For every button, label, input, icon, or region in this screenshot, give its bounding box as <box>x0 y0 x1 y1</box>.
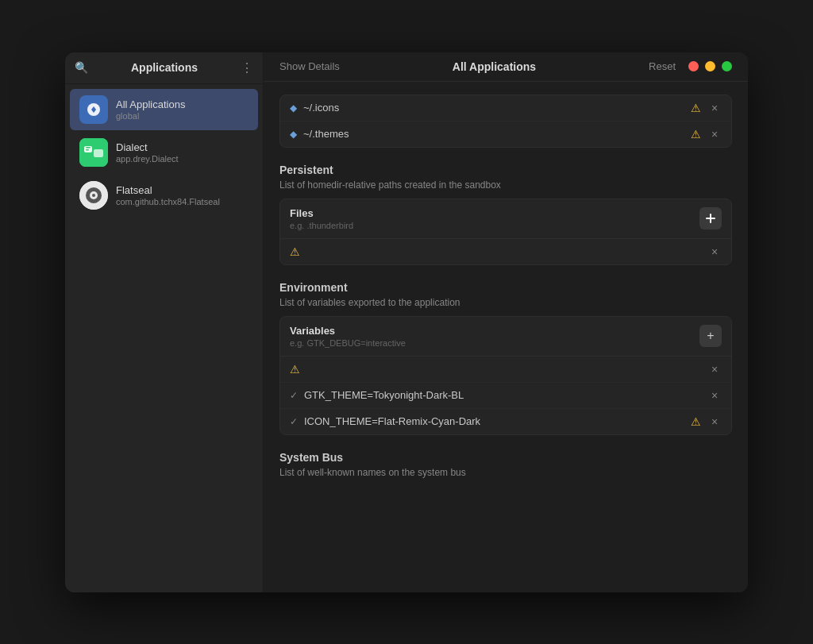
sidebar-items: All Applications global <box>65 84 263 592</box>
persistent-title: Persistent <box>279 164 732 176</box>
app-name-all: All Applications <box>116 98 249 110</box>
variable-warning-icon: ⚠ <box>290 363 300 376</box>
sidebar-item-dialect[interactable]: Dialect app.drey.Dialect <box>70 132 258 173</box>
sidebar: 🔍 Applications ⋮ All Applications glob <box>65 52 264 592</box>
sidebar-item-flatseal[interactable]: Flatseal com.github.tchx84.Flatseal <box>70 175 258 216</box>
minimize-button[interactable] <box>705 61 715 71</box>
app-info-all: All Applications global <box>116 98 249 121</box>
persistent-section: Persistent List of homedir-relative path… <box>279 164 732 265</box>
icon-theme-row: ✓ ICON_THEME=Flat-Remix-Cyan-Dark ⚠ × <box>280 409 731 434</box>
window-controls <box>688 61 732 71</box>
sidebar-header: 🔍 Applications ⋮ <box>65 52 263 84</box>
svg-rect-4 <box>86 147 91 148</box>
add-file-button[interactable] <box>699 207 722 229</box>
content-area: 🔍 Applications ⋮ All Applications glob <box>65 52 748 592</box>
app-name-flatseal: Flatseal <box>116 184 249 196</box>
svg-point-9 <box>92 194 95 197</box>
main-window: 🔍 Applications ⋮ All Applications glob <box>65 52 748 592</box>
files-warning-row: ⚠ × <box>280 239 731 264</box>
themes-label: ~/.themes <box>303 128 684 140</box>
app-id-all: global <box>116 111 249 121</box>
show-details-button[interactable]: Show Details <box>279 60 340 72</box>
variable-warning-row: ⚠ × <box>280 357 731 383</box>
sidebar-title: Applications <box>94 61 234 74</box>
warning-icon-0: ⚠ <box>691 102 701 114</box>
main-header: Show Details All Applications Reset <box>264 52 748 82</box>
icon-theme-warning-icon: ⚠ <box>691 415 701 428</box>
svg-rect-5 <box>86 149 89 151</box>
search-icon[interactable]: 🔍 <box>75 61 88 74</box>
files-warning-icon: ⚠ <box>290 245 300 258</box>
top-permission-rows: ◆ ~/.icons ⚠ × ◆ ~/.themes ⚠ × <box>279 94 732 148</box>
main-panel: Show Details All Applications Reset ◆ ~/… <box>264 52 748 592</box>
remove-file-row-button[interactable]: × <box>707 245 722 258</box>
reset-button[interactable]: Reset <box>649 60 676 72</box>
maximize-button[interactable] <box>722 61 732 71</box>
variables-header-info: Variables e.g. GTK_DEBUG=interactive <box>290 325 699 348</box>
app-info-flatseal: Flatseal com.github.tchx84.Flatseal <box>116 184 249 206</box>
gtk-theme-value: GTK_THEME=Tokyonight-Dark-BL <box>304 389 701 401</box>
system-bus-title: System Bus <box>279 451 732 464</box>
svg-rect-3 <box>94 149 103 157</box>
app-icon-all <box>79 95 108 124</box>
environment-desc: List of variables exported to the applic… <box>279 297 732 308</box>
diamond-icon-0: ◆ <box>290 102 297 114</box>
diamond-icon-1: ◆ <box>290 129 297 140</box>
app-id-dialect: app.drey.Dialect <box>116 154 249 164</box>
warning-icon-1: ⚠ <box>691 128 701 141</box>
system-bus-desc: List of well-known names on the system b… <box>279 467 732 478</box>
gtk-theme-row: ✓ GTK_THEME=Tokyonight-Dark-BL × <box>280 383 731 409</box>
files-header-info: Files e.g. .thunderbird <box>290 207 699 230</box>
gtk-check-icon: ✓ <box>290 390 298 401</box>
system-bus-section: System Bus List of well-known names on t… <box>279 451 732 478</box>
app-icon-dialect <box>79 138 108 167</box>
icon-theme-value: ICON_THEME=Flat-Remix-Cyan-Dark <box>304 415 684 427</box>
files-placeholder: e.g. .thunderbird <box>290 221 699 230</box>
icons-row: ◆ ~/.icons ⚠ × <box>280 95 731 121</box>
variables-title: Variables <box>290 325 699 337</box>
environment-title: Environment <box>279 281 732 294</box>
files-card-header: Files e.g. .thunderbird <box>280 199 731 239</box>
main-title: All Applications <box>340 60 649 73</box>
persistent-desc: List of homedir-relative paths created i… <box>279 179 732 191</box>
themes-row: ◆ ~/.themes ⚠ × <box>280 121 731 147</box>
environment-section: Environment List of variables exported t… <box>279 281 732 435</box>
app-id-flatseal: com.github.tchx84.Flatseal <box>116 197 249 206</box>
scroll-area[interactable]: ◆ ~/.icons ⚠ × ◆ ~/.themes ⚠ × Persisten… <box>264 82 748 592</box>
app-info-dialect: Dialect app.drey.Dialect <box>116 141 249 164</box>
variables-placeholder: e.g. GTK_DEBUG=interactive <box>290 338 699 348</box>
icons-label: ~/.icons <box>303 102 684 114</box>
app-icon-flatseal <box>79 181 108 210</box>
icon-check-icon: ✓ <box>290 416 298 427</box>
app-name-dialect: Dialect <box>116 141 249 153</box>
variables-card: Variables e.g. GTK_DEBUG=interactive + ⚠… <box>279 316 732 435</box>
remove-themes-button[interactable]: × <box>707 128 722 141</box>
close-button[interactable] <box>688 61 699 71</box>
remove-variable-warn-button[interactable]: × <box>707 363 722 376</box>
remove-icon-theme-button[interactable]: × <box>707 415 722 428</box>
variables-card-header: Variables e.g. GTK_DEBUG=interactive + <box>280 317 731 357</box>
add-variable-button[interactable]: + <box>699 325 722 347</box>
remove-gtk-button[interactable]: × <box>707 389 722 402</box>
sidebar-item-all-applications[interactable]: All Applications global <box>70 89 258 130</box>
files-card: Files e.g. .thunderbird ⚠ <box>279 199 732 265</box>
menu-icon[interactable]: ⋮ <box>241 60 253 75</box>
files-title: Files <box>290 207 699 219</box>
remove-icons-button[interactable]: × <box>707 102 722 114</box>
